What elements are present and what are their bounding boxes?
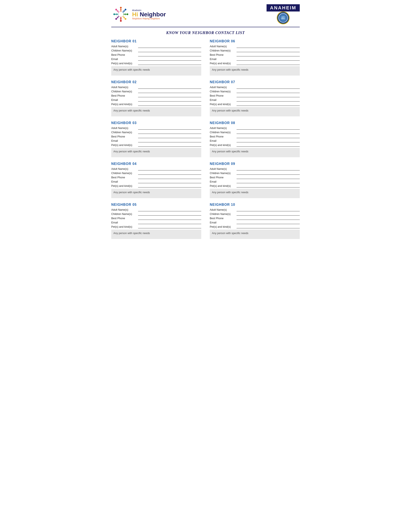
field-input-children_name-05[interactable] [138,212,201,216]
field-input-email-08[interactable] [237,139,300,142]
field-input-pets-09[interactable] [237,184,300,188]
field-input-best_phone-07[interactable] [237,94,300,97]
field-input-pets-06[interactable] [237,61,300,65]
neighbor-card-04: NEIGHBOR 04 Adult Name(s) Children Name(… [111,162,201,198]
field-input-adult_name-06[interactable] [237,45,300,48]
field-input-best_phone-08[interactable] [237,135,300,138]
field-input-adult_name-01[interactable] [138,45,201,48]
field-input-best_phone-10[interactable] [237,216,300,220]
field-input-email-07[interactable] [237,98,300,102]
field-label-pets: Pet(s) and kind(s) [111,144,137,147]
field-input-children_name-04[interactable] [138,171,201,175]
neighbor-title-10: NEIGHBOR 10 [210,203,300,207]
field-input-pets-01[interactable] [138,61,201,65]
field-row-best_phone-10: Best Phone [210,216,300,220]
badge-name: ANAHEIM [267,4,300,11]
specific-needs-box-03[interactable]: Any person with specific needs [111,148,201,157]
specific-needs-box-06[interactable]: Any person with specific needs [210,66,300,76]
field-input-children_name-02[interactable] [138,90,201,93]
svg-line-30 [120,17,121,18]
field-input-email-01[interactable] [138,57,201,61]
field-input-pets-05[interactable] [138,225,201,228]
svg-line-32 [117,17,118,18]
field-input-pets-04[interactable] [138,184,201,188]
field-input-adult_name-07[interactable] [237,85,300,89]
field-input-best_phone-03[interactable] [138,135,201,138]
specific-needs-box-01[interactable]: Any person with specific needs [111,66,201,76]
field-label-adult_name: Adult Name(s) [210,86,235,89]
field-input-pets-08[interactable] [237,143,300,147]
field-input-email-10[interactable] [237,221,300,224]
specific-needs-box-02[interactable]: Any person with specific needs [111,107,201,116]
field-row-best_phone-09: Best Phone [210,176,300,179]
specific-needs-box-10[interactable]: Any person with specific needs [210,230,300,239]
field-input-best_phone-04[interactable] [138,176,201,179]
specific-needs-box-09[interactable]: Any person with specific needs [210,189,300,198]
svg-line-18 [123,14,125,15]
field-input-children_name-01[interactable] [138,49,201,52]
neighbor-card-01: NEIGHBOR 01 Adult Name(s) Children Name(… [111,39,201,76]
field-label-adult_name: Adult Name(s) [210,168,235,171]
field-row-pets-07: Pet(s) and kind(s) [210,102,300,106]
field-label-adult_name: Adult Name(s) [111,208,137,211]
field-input-children_name-03[interactable] [138,131,201,134]
neighbor-card-06: NEIGHBOR 06 Adult Name(s) Children Name(… [210,39,300,76]
field-input-email-09[interactable] [237,180,300,183]
neighbor-title-07: NEIGHBOR 07 [210,80,300,84]
field-input-best_phone-02[interactable] [138,94,201,97]
field-input-pets-10[interactable] [237,225,300,228]
field-row-children_name-07: Children Name(s) [210,90,300,93]
field-input-pets-07[interactable] [237,102,300,106]
field-label-best_phone: Best Phone [111,135,137,138]
specific-needs-box-08[interactable]: Any person with specific needs [210,148,300,157]
field-row-email-06: Email [210,57,300,61]
field-label-email: Email [210,98,235,102]
field-input-children_name-08[interactable] [237,131,300,134]
field-input-children_name-07[interactable] [237,90,300,93]
field-input-best_phone-05[interactable] [138,216,201,220]
field-input-children_name-10[interactable] [237,212,300,216]
field-input-email-06[interactable] [237,57,300,61]
field-input-adult_name-05[interactable] [138,208,201,211]
field-input-adult_name-09[interactable] [237,167,300,171]
field-input-adult_name-08[interactable] [237,126,300,130]
field-label-email: Email [210,221,235,224]
neighbor-card-09: NEIGHBOR 09 Adult Name(s) Children Name(… [210,162,300,198]
field-input-adult_name-03[interactable] [138,126,201,130]
field-label-pets: Pet(s) and kind(s) [111,103,137,106]
field-input-adult_name-02[interactable] [138,85,201,89]
neighbor-card-05: NEIGHBOR 05 Adult Name(s) Children Name(… [111,203,201,239]
field-input-children_name-06[interactable] [237,49,300,52]
field-row-pets-04: Pet(s) and kind(s) [111,184,201,188]
field-row-best_phone-07: Best Phone [210,94,300,97]
field-label-children_name: Children Name(s) [210,90,235,93]
field-input-pets-02[interactable] [138,102,201,106]
field-label-pets: Pet(s) and kind(s) [111,225,137,228]
field-row-adult_name-08: Adult Name(s) [210,126,300,130]
field-input-children_name-09[interactable] [237,171,300,175]
field-label-children_name: Children Name(s) [210,172,235,175]
field-input-best_phone-06[interactable] [237,53,300,57]
page-title: Know Your Neighbor Contact List [111,31,300,35]
specific-needs-box-05[interactable]: Any person with specific needs [111,230,201,239]
field-row-best_phone-06: Best Phone [210,53,300,57]
field-input-best_phone-09[interactable] [237,176,300,179]
field-row-children_name-01: Children Name(s) [111,49,201,52]
svg-line-6 [121,10,121,12]
field-input-pets-03[interactable] [138,143,201,147]
field-row-best_phone-02: Best Phone [111,94,201,97]
field-input-email-04[interactable] [138,180,201,183]
field-row-email-10: Email [210,221,300,224]
field-input-adult_name-04[interactable] [138,167,201,171]
neighbor-card-07: NEIGHBOR 07 Adult Name(s) Children Name(… [210,80,300,116]
specific-needs-box-04[interactable]: Any person with specific needs [111,189,201,198]
field-input-email-02[interactable] [138,98,201,102]
field-input-best_phone-01[interactable] [138,53,201,57]
field-input-email-05[interactable] [138,221,201,224]
field-input-email-03[interactable] [138,139,201,142]
neighbor-card-03: NEIGHBOR 03 Adult Name(s) Children Name(… [111,121,201,157]
field-input-adult_name-10[interactable] [237,208,300,211]
field-label-pets: Pet(s) and kind(s) [210,184,235,188]
specific-needs-box-07[interactable]: Any person with specific needs [210,107,300,116]
neighbor-title-08: NEIGHBOR 08 [210,121,300,125]
